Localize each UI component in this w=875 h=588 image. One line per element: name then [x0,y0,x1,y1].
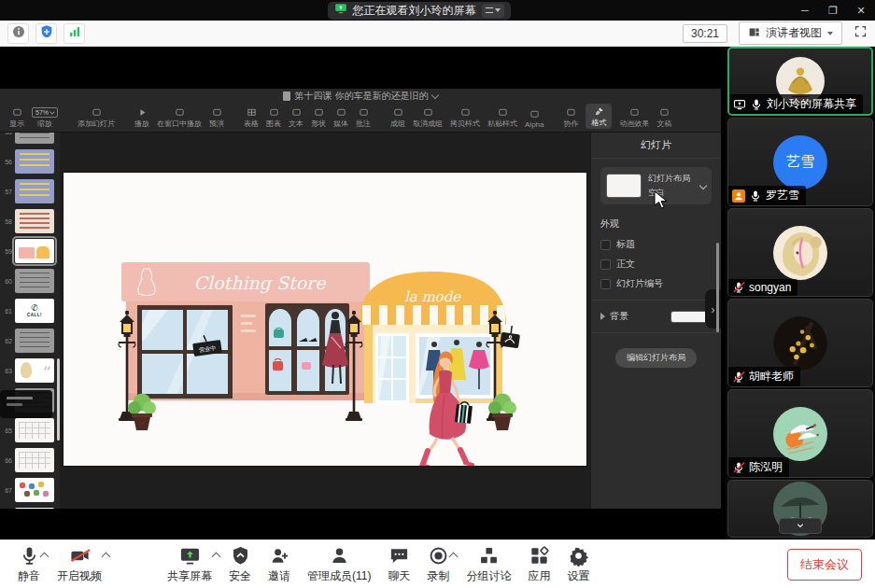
keynote-tool-view[interactable]: 显示 [9,106,24,129]
participant-name: 刘小玲的屏幕共享 [767,96,856,112]
shield-plus-icon [39,24,54,39]
chevron-down-icon [49,109,55,115]
slide-number: 65 [0,427,12,434]
slide-thumbnail-57[interactable] [15,179,54,203]
share-screen-button[interactable]: 共享屏幕 [167,545,212,584]
minimize-button[interactable]: ─ [791,0,819,21]
tool-label: 缩放 [37,119,52,129]
slide-thumbnail-56[interactable] [15,149,54,174]
keynote-tool-shape[interactable]: 形状 [311,106,326,129]
members-button[interactable]: 管理成员(11) [307,545,371,584]
record-chevron-up[interactable] [449,553,459,562]
keynote-tool-table[interactable]: 表格 [244,106,259,129]
tool-icon [174,107,186,118]
tool-icon-wrap [313,106,325,118]
slide-thumbnail-66[interactable] [15,448,54,472]
participant-tile-songyan[interactable]: songyan [727,208,873,297]
keynote-tool-format[interactable]: 格式 [586,104,612,129]
slide-number: 55 [0,133,12,135]
close-button[interactable]: ✕ [847,0,875,21]
apps-button[interactable]: 应用 [528,545,550,584]
slide-thumbnail-61[interactable]: ✆CALL! [15,299,54,323]
breakout-button[interactable]: 分组讨论 [466,545,511,584]
keynote-tool-zoom[interactable]: 57%缩放 [32,107,58,129]
keynote-tool-alpha[interactable]: Alpha [525,108,543,129]
network-status-button[interactable] [64,23,85,44]
slide-thumbnail-62[interactable] [15,329,54,353]
keynote-tool-chart[interactable]: 图表 [266,106,281,129]
end-meeting-button[interactable]: 结束会议 [787,549,862,581]
slide-thumbnail-59[interactable] [15,239,54,263]
microphone-icon [19,545,40,567]
keynote-tool-rehearse[interactable]: 预演 [209,106,224,129]
view-mode-button[interactable]: 演讲者视图 [739,21,842,45]
fullscreen-button[interactable] [854,24,868,42]
keynote-tool-document[interactable]: 文稿 [656,106,671,129]
participant-tile-chenhongming[interactable]: 陈泓明 [727,389,873,478]
slide-thumbnail-63[interactable] [15,358,54,383]
keynote-tool-ungroup[interactable]: 取消成组 [413,106,443,129]
background-row[interactable]: 背景 [600,310,712,323]
inspector-scrollbar[interactable] [716,243,719,332]
mic-on-icon [749,189,762,203]
tool-label: 拷贝样式 [450,119,480,129]
participant-tile-liuxiaoling-share[interactable]: 刘小玲的屏幕共享 [727,47,873,116]
keynote-tool-play-in-window[interactable]: 在窗口中播放 [157,106,202,129]
settings-button[interactable]: 设置 [567,545,589,584]
maximize-button[interactable]: ❐ [819,0,847,21]
slide-thumbnail-67[interactable] [15,478,54,502]
start-video-label: 开启视频 [57,568,102,584]
keynote-tool-add-slide[interactable]: 添加幻灯片 [78,106,115,129]
edit-slide-layout-button[interactable]: 编辑幻灯片布局 [615,348,697,368]
checkbox-row-幻灯片编号[interactable]: 幻灯片编号 [600,277,712,290]
security-shield-icon [230,545,251,567]
slide-thumbnail-65[interactable] [15,418,54,442]
security-button[interactable]: 安全 [229,545,251,584]
checkbox[interactable] [600,240,611,250]
keynote-tool-collaborate[interactable]: 协作 [563,106,578,129]
checkbox-row-正文[interactable]: 正文 [600,258,712,271]
keynote-tool-comment[interactable]: 批注 [356,106,371,129]
participant-name: 罗艺雪 [766,188,799,203]
checkbox[interactable] [600,279,611,289]
slide-thumbnail-row: 67 [0,478,60,502]
tool-icon-wrap [628,106,641,118]
participant-tile-luoyixue[interactable]: 艺雪罗艺雪 [727,118,873,206]
keynote-tool-paste-style[interactable]: 粘贴样式 [487,106,517,129]
chat-button[interactable]: 聊天 [388,545,410,584]
keynote-tool-media[interactable]: 媒体 [333,106,348,129]
chevron-down-icon[interactable] [431,91,439,98]
keynote-doc-title: 第十四课 你的车是新的还是旧的 [295,90,429,103]
invite-button[interactable]: 邀请 [268,545,290,584]
slide-thumbnail-68[interactable] [15,508,54,509]
mute-button[interactable]: 静音 [18,545,40,584]
start-video-button[interactable]: 开启视频 [57,545,102,584]
keynote-tool-text[interactable]: 文本 [289,106,303,129]
keynote-tool-animate[interactable]: 动画效果 [619,106,649,129]
keynote-tool-copy-style[interactable]: 拷贝样式 [450,106,480,129]
participant-tile-hupan[interactable]: 胡畔老师 [727,299,873,387]
avatar: 艺雪 [773,135,827,189]
slide-thumbnail-58[interactable] [15,209,54,233]
start-video-chevron-up[interactable] [102,553,111,562]
tool-label: 粘贴样式 [487,119,517,129]
slide-thumbnail-60[interactable] [15,269,54,293]
tool-label: 取消成组 [413,119,443,129]
security-shield-button[interactable] [35,23,57,44]
slide-number: 57 [0,189,12,195]
share-screen-chevron-up[interactable] [212,553,221,562]
participants-scroll-down-button[interactable] [779,518,822,534]
slide-thumbnail-55[interactable] [15,133,54,144]
checkbox[interactable] [600,259,611,270]
watching-screen-banner[interactable]: 您正在观看刘小玲的屏幕 [328,2,511,20]
banner-menu-button[interactable] [482,4,504,18]
checkbox-row-标题[interactable]: 标题 [600,238,712,251]
keynote-tool-play[interactable]: 播放 [134,106,149,129]
record-button[interactable]: 录制 [427,545,449,584]
meeting-info-button[interactable] [7,23,29,44]
keynote-tool-group[interactable]: 成组 [390,106,405,129]
apps-icon [529,545,550,567]
mute-chevron-up[interactable] [40,553,49,562]
tool-icon [459,107,472,118]
avatar-initials: 艺雪 [773,135,827,189]
